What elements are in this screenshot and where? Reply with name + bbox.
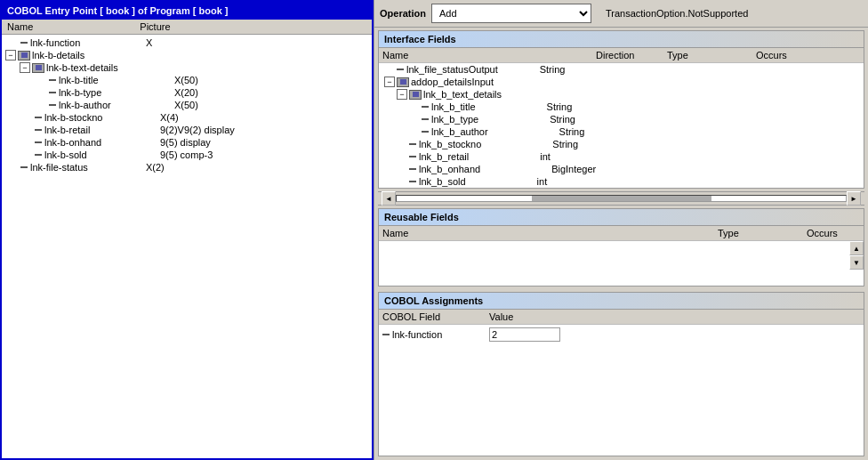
field-dash-icon <box>422 118 429 120</box>
tree-item-picture: X <box>146 37 152 48</box>
interface-fields-section: Interface Fields Name Direction Type Occ… <box>378 30 864 189</box>
iface-field-type: String <box>552 139 641 149</box>
iface-row: −lnk_b_text_details <box>379 88 864 101</box>
expand-icon[interactable]: − <box>384 77 395 87</box>
tree-item-name: lnk-b-text-details <box>46 62 162 73</box>
iface-name-cell: −lnk_b_text_details <box>382 89 502 100</box>
reusable-fields-title: Reusable Fields <box>379 209 864 226</box>
iface-field-name: lnk_b_title <box>431 101 476 112</box>
iface-field-type: BigInteger <box>551 164 640 174</box>
field-dash-icon <box>422 106 429 108</box>
iface-field-type: int <box>537 176 626 187</box>
interface-fields-title: Interface Fields <box>379 31 864 48</box>
iface-col-direction: Direction <box>596 50 667 61</box>
iface-name-cell: lnk_b_title <box>382 101 476 112</box>
operation-select[interactable]: Add <box>431 4 591 23</box>
tree-item-picture: X(50) <box>174 75 198 85</box>
iface-name-cell: −addop_details <box>382 77 472 87</box>
tree-item-name: lnk-b-details <box>32 50 148 61</box>
iface-name-cell: lnk_b_onhand <box>382 164 480 174</box>
operation-label: Operation <box>380 8 426 19</box>
group-icon-inner <box>413 92 419 97</box>
iface-row: lnk_b_retailint <box>379 150 864 163</box>
iface-name-cell: lnk_b_stockno <box>382 139 481 149</box>
tree-item-picture: X(4) <box>160 112 179 123</box>
tree-item: lnk-functionX <box>2 36 372 49</box>
iface-field-type: String <box>550 114 639 125</box>
expand-icon[interactable]: − <box>20 62 30 73</box>
tree-item: lnk-b-stocknoX(4) <box>2 111 372 124</box>
hscroll-left-btn[interactable]: ◄ <box>382 191 396 206</box>
iface-row: lnk_b_titleString <box>379 101 864 113</box>
iface-field-name: lnk_b_retail <box>419 151 469 162</box>
field-dash-icon <box>409 168 416 170</box>
field-dash-icon <box>397 69 404 70</box>
left-panel-column-headers: Name Picture <box>2 20 372 35</box>
tree-item-name: lnk-b-title <box>59 75 174 85</box>
iface-name-cell: lnk_b_author <box>382 126 488 137</box>
iface-row: −addop_detailsInput <box>379 76 864 88</box>
iface-name-cell: lnk_b_retail <box>382 151 469 162</box>
tree-item: lnk-b-retail9(2)V9(2) display <box>2 124 372 136</box>
iface-row: lnk_b_onhandBigInteger <box>379 163 864 175</box>
iface-name-cell: lnk_b_sold <box>382 176 466 187</box>
iface-field-name: lnk_file_status <box>406 64 469 75</box>
vscroll-down-btn[interactable]: ▼ <box>849 255 864 270</box>
iface-col-name: Name <box>382 50 596 61</box>
reusable-col-type: Type <box>718 228 807 238</box>
expand-icon[interactable]: − <box>397 89 407 100</box>
iface-field-name: lnk_b_stockno <box>419 139 481 149</box>
tree-item-name: lnk-b-retail <box>44 125 160 135</box>
iface-field-name: lnk_b_text_details <box>423 89 502 100</box>
reusable-content: ▲ ▼ <box>379 241 864 286</box>
iface-col-type: Type <box>667 50 756 61</box>
group-icon <box>397 77 409 87</box>
iface-field-type: String <box>547 101 636 112</box>
iface-field-name: addop_details <box>411 77 472 87</box>
hscroll-right-btn[interactable]: ► <box>847 191 861 206</box>
col-name-header: Name <box>7 21 33 32</box>
group-icon-inner <box>21 52 28 58</box>
field-dash-icon <box>49 79 56 81</box>
tree-item-picture: 9(5) comp-3 <box>160 149 213 160</box>
field-dash-icon <box>35 129 42 131</box>
cobol-field-label: lnk-function <box>392 329 442 340</box>
field-dash-icon <box>20 166 28 168</box>
field-dash-icon <box>35 141 42 143</box>
col-picture-header: Picture <box>140 21 170 32</box>
field-dash-icon <box>409 181 416 182</box>
field-dash-icon <box>409 143 416 145</box>
hscroll-track[interactable] <box>396 195 847 202</box>
tree-item-picture: 9(2)V9(2) display <box>160 125 235 135</box>
group-icon-inner <box>400 79 406 85</box>
field-dash-icon <box>20 42 28 44</box>
cobol-dash-icon <box>382 334 390 335</box>
group-icon-inner <box>36 65 42 70</box>
iface-field-name: lnk_b_onhand <box>419 164 480 174</box>
cobol-assignments-section: COBOL Assignments COBOL Field Value lnk-… <box>378 292 864 456</box>
tree-item: lnk-b-titleX(50) <box>2 74 372 86</box>
iface-name-cell: lnk_file_status <box>382 64 469 75</box>
reusable-col-name: Name <box>382 228 718 238</box>
left-panel-title: COBOL Entry Point [ book ] of Program [ … <box>2 2 372 20</box>
tree-item-picture: X(2) <box>146 162 165 173</box>
iface-field-type: String <box>559 126 648 137</box>
tree-item-picture: X(50) <box>174 100 198 110</box>
iface-field-direction: Input <box>472 77 543 87</box>
hscroll-bar[interactable]: ◄ ► <box>378 191 864 206</box>
tree-item-name: lnk-b-author <box>59 100 174 110</box>
interface-fields-headers: Name Direction Type Occurs <box>379 48 864 63</box>
vscroll-up-btn[interactable]: ▲ <box>849 241 864 255</box>
expand-icon[interactable]: − <box>5 50 16 61</box>
cobol-value-input[interactable] <box>489 327 560 342</box>
iface-row: lnk_b_stocknoString <box>379 138 864 150</box>
cobol-assignments-title: COBOL Assignments <box>379 293 864 310</box>
tree-item: lnk-file-statusX(2) <box>2 161 372 174</box>
tree-item: lnk-b-typeX(20) <box>2 86 372 99</box>
tree-item: lnk-b-sold9(5) comp-3 <box>2 149 372 161</box>
tree-item: −lnk-b-details <box>2 49 372 61</box>
group-icon <box>409 90 422 100</box>
left-panel: COBOL Entry Point [ book ] of Program [ … <box>0 0 374 460</box>
interface-fields-content: lnk_file_statusOutputString−addop_detail… <box>379 63 864 188</box>
hscroll-thumb <box>532 196 711 201</box>
